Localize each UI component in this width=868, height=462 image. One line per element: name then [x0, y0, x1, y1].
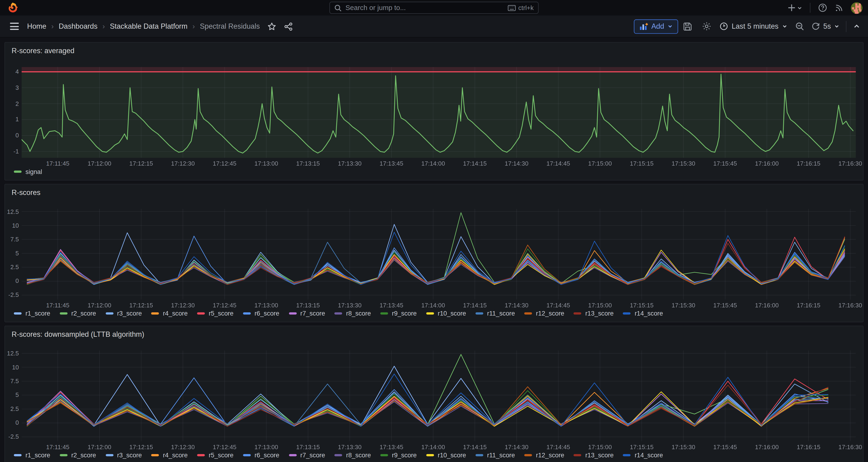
zoom-out-button[interactable] [790, 22, 809, 31]
legend-label: r12_score [536, 452, 564, 459]
legend-item-r12_score[interactable]: r12_score [524, 452, 564, 459]
x-tick-label: 17:16:00 [745, 443, 789, 450]
refresh-picker[interactable]: 5s [809, 22, 841, 31]
legend-item-signal[interactable]: signal [14, 168, 42, 175]
legend-item-r7_score[interactable]: r7_score [289, 452, 325, 459]
chevron-down-icon [668, 24, 672, 29]
user-avatar[interactable] [851, 2, 862, 13]
chart-plot-area[interactable] [22, 350, 856, 441]
add-button-label: Add [651, 22, 664, 31]
breadcrumb-home[interactable]: Home [27, 22, 46, 31]
legend-item-r5_score[interactable]: r5_score [197, 452, 234, 459]
chart-canvas[interactable] [22, 67, 856, 158]
legend-item-r12_score[interactable]: r12_score [524, 310, 564, 317]
legend-item-r8_score[interactable]: r8_score [335, 452, 371, 459]
gear-icon [702, 22, 711, 31]
breadcrumb-folder[interactable]: Stackable Data Platform [110, 22, 187, 31]
add-button[interactable]: Add [634, 19, 678, 34]
legend-label: r11_score [487, 310, 515, 317]
legend-swatch [475, 312, 483, 314]
legend-swatch [623, 312, 631, 314]
legend-item-r11_score[interactable]: r11_score [475, 310, 515, 317]
legend-swatch [574, 454, 582, 456]
legend-label: r2_score [71, 310, 96, 317]
x-tick-label: 17:15:00 [578, 443, 622, 450]
x-tick-label: 17:13:45 [369, 302, 413, 308]
share-icon[interactable] [284, 22, 293, 31]
x-tick-label: 17:15:15 [619, 160, 664, 166]
legend-item-r10_score[interactable]: r10_score [426, 310, 466, 317]
favorite-star-icon[interactable] [268, 22, 277, 31]
legend-label: r12_score [536, 310, 564, 317]
news-button[interactable] [835, 3, 843, 12]
legend-item-r2_score[interactable]: r2_score [60, 452, 96, 459]
panel-rscores: R-scores -2.502.557.51012.5 17:11:4517:1… [4, 184, 864, 322]
panel-title[interactable]: R-scores [12, 188, 40, 196]
legend-item-r13_score[interactable]: r13_score [574, 310, 614, 317]
x-tick-label: 17:14:30 [495, 443, 539, 450]
legend-item-r9_score[interactable]: r9_score [380, 310, 416, 317]
y-tick-label: -1 [6, 148, 19, 154]
help-button[interactable] [818, 3, 827, 12]
chart-plot-area[interactable] [22, 209, 856, 300]
series-line-r1_score [27, 224, 845, 284]
breadcrumb: Home › Dashboards › Stackable Data Platf… [27, 22, 260, 31]
panel-title[interactable]: R-scores: downsampled (LTTB algorithm) [12, 330, 144, 338]
legend-item-r7_score[interactable]: r7_score [289, 310, 325, 317]
breadcrumb-dashboards[interactable]: Dashboards [59, 22, 97, 31]
legend-item-r9_score[interactable]: r9_score [380, 452, 416, 459]
dashboard-settings-button[interactable] [697, 22, 716, 31]
menu-toggle-button[interactable] [8, 21, 21, 32]
save-dashboard-button[interactable] [678, 22, 697, 31]
clock-icon [719, 22, 728, 31]
chart-legend: r1_scorer2_scorer3_scorer4_scorer5_score… [14, 452, 663, 459]
legend-item-r3_score[interactable]: r3_score [105, 310, 142, 317]
legend-item-r5_score[interactable]: r5_score [197, 310, 234, 317]
legend-swatch [151, 454, 159, 456]
legend-item-r4_score[interactable]: r4_score [151, 452, 188, 459]
x-tick-label: 17:12:45 [203, 302, 247, 308]
legend-swatch [574, 312, 582, 314]
legend-item-r10_score[interactable]: r10_score [426, 452, 466, 459]
series-line-r12_score [27, 387, 828, 426]
search-icon [334, 4, 342, 11]
chart-plot-area[interactable] [22, 67, 856, 158]
legend-item-r14_score[interactable]: r14_score [623, 452, 663, 459]
chart-canvas[interactable] [22, 209, 856, 300]
grafana-logo-icon[interactable] [7, 2, 18, 13]
x-tick-label: 17:12:00 [78, 443, 122, 450]
divider [846, 21, 846, 32]
chart-canvas[interactable] [22, 350, 856, 441]
x-tick-label: 17:16:15 [786, 302, 831, 308]
legend-item-r1_score[interactable]: r1_score [14, 452, 50, 459]
y-tick-label: 7.5 [6, 236, 19, 242]
legend-item-r2_score[interactable]: r2_score [60, 310, 96, 317]
legend-item-r3_score[interactable]: r3_score [105, 452, 142, 459]
legend-item-r13_score[interactable]: r13_score [574, 452, 614, 459]
x-tick-label: 17:13:00 [244, 160, 288, 166]
x-tick-label: 17:11:45 [36, 302, 80, 308]
new-menu-button[interactable] [788, 4, 802, 12]
legend-swatch [197, 454, 205, 456]
legend-item-r6_score[interactable]: r6_score [243, 310, 279, 317]
x-tick-label: 17:15:30 [661, 443, 706, 450]
y-tick-label: 1 [6, 116, 19, 122]
legend-item-r14_score[interactable]: r14_score [623, 310, 663, 317]
x-tick-label: 17:16:15 [786, 160, 831, 166]
search-input[interactable]: Search or jump to... ctrl+k [330, 2, 539, 14]
x-tick-label: 17:12:00 [78, 302, 122, 308]
legend-item-r6_score[interactable]: r6_score [243, 452, 279, 459]
legend-item-r4_score[interactable]: r4_score [151, 310, 188, 317]
x-tick-label: 17:16:30 [828, 302, 868, 308]
top-nav-bar: Search or jump to... ctrl+k [0, 0, 868, 16]
legend-label: r14_score [634, 452, 663, 459]
legend-item-r11_score[interactable]: r11_score [475, 452, 515, 459]
panel-title[interactable]: R-scores: averaged [12, 47, 74, 55]
time-range-picker[interactable]: Last 5 minutes [716, 22, 790, 31]
x-tick-label: 17:16:30 [828, 443, 868, 450]
legend-item-r1_score[interactable]: r1_score [14, 310, 50, 317]
y-tick-label: 4 [6, 68, 19, 74]
chart-legend: signal [14, 168, 42, 175]
legend-item-r8_score[interactable]: r8_score [335, 310, 371, 317]
kiosk-toggle-button[interactable] [851, 23, 862, 30]
